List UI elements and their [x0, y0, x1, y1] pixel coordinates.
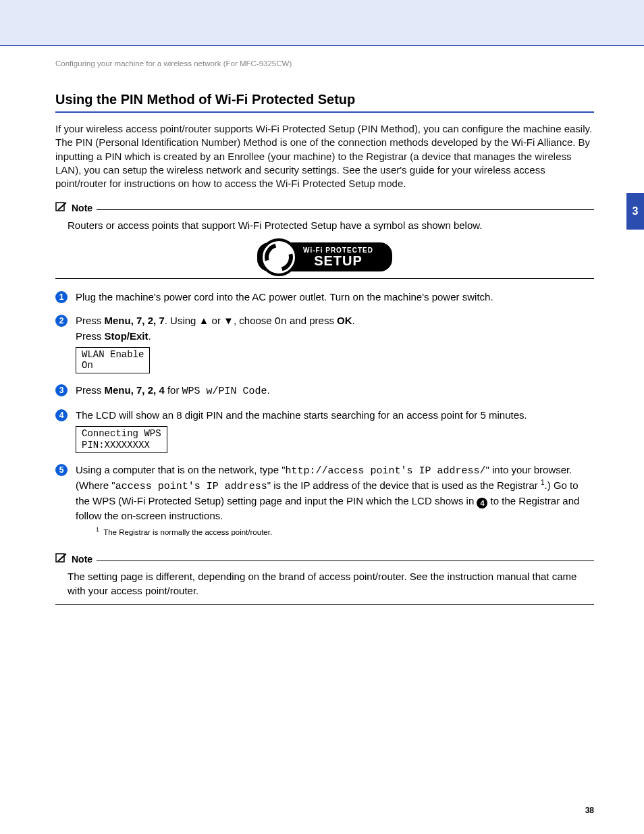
- step-3: 3 Press Menu, 7, 2, 4 for WPS w/PIN Code…: [55, 383, 594, 398]
- step-5: 5 Using a computer that is on the networ…: [55, 463, 594, 544]
- note-label: Note: [72, 554, 92, 565]
- step-number-1: 1: [55, 291, 68, 303]
- step-3-text: Press Menu, 7, 2, 4 for WPS w/PIN Code.: [76, 383, 270, 398]
- footnote: 1 The Registrar is normally the access p…: [96, 525, 594, 538]
- step-4-text: The LCD will show an 8 digit PIN and the…: [76, 408, 527, 453]
- step-number-4: 4: [55, 409, 68, 421]
- step-ref-4-icon: 4: [477, 498, 487, 509]
- wps-line1: Wi-Fi PROTECTED: [295, 246, 381, 254]
- lcd-display-2: Connecting WPS PIN:XXXXXXXX: [76, 426, 167, 453]
- wps-arrows-icon: [260, 238, 298, 276]
- note-rule: [97, 561, 594, 561]
- note-label: Note: [72, 203, 92, 213]
- step-number-3: 3: [55, 384, 68, 396]
- chapter-tab: 3: [626, 193, 644, 230]
- step-5-text: Using a computer that is on the network,…: [76, 463, 594, 544]
- note-text: The setting page is different, depending…: [68, 570, 594, 598]
- breadcrumb: Configuring your machine for a wireless …: [55, 59, 594, 68]
- page-content: Configuring your machine for a wireless …: [0, 46, 644, 605]
- intro-paragraph: If your wireless access point/router sup…: [55, 122, 594, 190]
- step-4: 4 The LCD will show an 8 digit PIN and t…: [55, 408, 594, 453]
- step-1: 1 Plug the machine's power cord into the…: [55, 290, 594, 304]
- step-number-5: 5: [55, 464, 68, 476]
- note-block-1: Note Routers or access points that suppo…: [55, 201, 594, 278]
- lcd-display-1: WLAN Enable On: [76, 347, 150, 374]
- note-block-2: Note The setting page is different, depe…: [55, 552, 594, 605]
- steps-list: 1 Plug the machine's power cord into the…: [55, 290, 594, 544]
- step-number-2: 2: [55, 315, 68, 327]
- wps-line2: SETUP: [295, 254, 381, 267]
- step-2: 2 Press Menu, 7, 2, 7. Using ▲ or ▼, cho…: [55, 313, 594, 374]
- page-title: Using the PIN Method of Wi-Fi Protected …: [55, 92, 594, 113]
- top-band: [0, 0, 644, 46]
- page-number: 38: [585, 806, 594, 815]
- svg-rect-1: [56, 554, 64, 562]
- divider: [55, 278, 594, 279]
- svg-rect-0: [56, 203, 64, 211]
- step-1-text: Plug the machine's power cord into the A…: [76, 290, 493, 304]
- note-text: Routers or access points that support Wi…: [68, 219, 594, 232]
- step-2-text: Press Menu, 7, 2, 7. Using ▲ or ▼, choos…: [76, 313, 355, 374]
- note-icon: [55, 552, 68, 566]
- wps-logo: Wi-Fi PROTECTED SETUP: [55, 242, 594, 271]
- divider: [55, 604, 594, 605]
- note-icon: [55, 201, 68, 215]
- note-rule: [97, 209, 594, 210]
